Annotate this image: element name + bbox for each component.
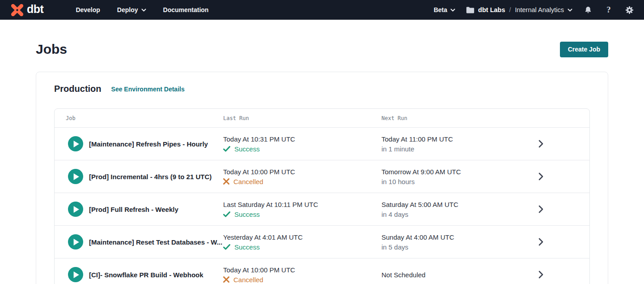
last-run-time: Last Saturday At 10:11 PM UTC [223, 200, 381, 209]
account-name: dbt Labs [478, 6, 505, 13]
last-run-cell: Yesterday At 4:01 AM UTC Success [223, 232, 381, 252]
chevron-down-icon [141, 9, 146, 12]
job-cell: [Maintenance] Reset Test Databases - W..… [55, 234, 223, 250]
next-run-relative: in 5 days [381, 242, 492, 252]
next-run-relative: in 10 hours [381, 177, 492, 186]
column-header-job: Job [55, 115, 223, 121]
next-run-cell: Not Scheduled [381, 270, 492, 280]
beta-dropdown[interactable]: Beta [434, 6, 455, 13]
next-run-cell: Today At 11:00 PM UTC in 1 minute [381, 134, 492, 154]
play-icon [73, 239, 79, 245]
next-run-time: Not Scheduled [381, 270, 492, 280]
jobs-table-header: Job Last Run Next Run [55, 109, 589, 127]
chevron-right-icon [538, 172, 543, 181]
next-run-relative: in 4 days [381, 210, 492, 219]
column-header-last-run: Last Run [223, 115, 381, 121]
run-status-line: Success [223, 144, 381, 154]
create-job-button[interactable]: Create Job [560, 42, 608, 57]
chevron-right-icon [538, 238, 543, 246]
chevron-right-icon [538, 271, 543, 279]
run-status-line: Cancelled [223, 275, 381, 284]
nav-item-deploy[interactable]: Deploy [117, 6, 146, 13]
row-chevron-cell [492, 238, 589, 246]
last-run-time: Today At 10:00 PM UTC [223, 167, 381, 176]
question-mark-icon: ? [606, 5, 611, 15]
run-status: Success [234, 242, 260, 252]
chevron-down-icon [568, 9, 572, 12]
nav-item-documentation[interactable]: Documentation [163, 6, 209, 13]
check-icon [223, 211, 230, 217]
x-icon [223, 178, 229, 185]
table-row[interactable]: [Maintenance] Reset Test Databases - W..… [55, 225, 589, 258]
play-icon [73, 141, 79, 147]
next-run-time: Saturday At 5:00 AM UTC [381, 200, 492, 209]
run-job-button[interactable] [68, 136, 83, 151]
environment-header: Production See Environment Details [54, 84, 590, 94]
table-row[interactable]: [Prod] Full Refresh - Weekly Last Saturd… [55, 193, 589, 225]
last-run-time: Yesterday At 4:01 AM UTC [223, 232, 381, 242]
folder-icon [466, 6, 475, 14]
check-icon [223, 146, 230, 152]
job-cell: [Prod] Full Refresh - Weekly [55, 202, 223, 217]
project-name: Internal Analytics [515, 6, 564, 13]
play-icon [73, 173, 79, 180]
job-cell: [Prod] Incremental - 4hrs (9 to 21 UTC) [55, 169, 223, 184]
jobs-table: Job Last Run Next Run [Maintenance] Refr… [54, 108, 590, 284]
next-run-cell: Tomorrow At 9:00 AM UTC in 10 hours [381, 167, 492, 186]
next-run-cell: Sunday At 4:00 AM UTC in 5 days [381, 232, 492, 252]
table-row[interactable]: [Maintenance] Refresh Pipes - Hourly Tod… [55, 127, 589, 160]
top-navbar: dbt Develop Deploy Documentation Beta db… [0, 0, 644, 20]
next-run-cell: Saturday At 5:00 AM UTC in 4 days [381, 200, 492, 219]
job-name: [Prod] Full Refresh - Weekly [89, 206, 178, 213]
check-icon [223, 244, 230, 250]
breadcrumb-separator: / [508, 6, 511, 13]
environment-name: Production [54, 84, 102, 94]
nav-item-develop[interactable]: Develop [76, 6, 100, 13]
run-job-button[interactable] [68, 234, 83, 250]
table-row[interactable]: [Prod] Incremental - 4hrs (9 to 21 UTC) … [55, 160, 589, 193]
row-chevron-cell [492, 172, 589, 181]
row-chevron-cell [492, 271, 589, 279]
next-run-time: Today At 11:00 PM UTC [381, 134, 492, 144]
account-project-switcher[interactable]: dbt Labs / Internal Analytics [466, 6, 572, 14]
job-cell: [CI]- Snowflake PR Build - Webhook [55, 267, 223, 282]
notifications-button[interactable] [583, 5, 593, 15]
last-run-cell: Last Saturday At 10:11 PM UTC Success [223, 200, 381, 219]
row-chevron-cell [492, 205, 589, 213]
chevron-right-icon [538, 140, 543, 148]
brand-wordmark: dbt [27, 4, 43, 16]
last-run-cell: Today At 10:31 PM UTC Success [223, 134, 381, 154]
environment-details-link[interactable]: See Environment Details [111, 86, 185, 93]
job-name: [Prod] Incremental - 4hrs (9 to 21 UTC) [89, 173, 212, 181]
column-header-next-run: Next Run [381, 115, 492, 121]
next-run-time: Sunday At 4:00 AM UTC [381, 232, 492, 242]
job-name: [Maintenance] Refresh Pipes - Hourly [89, 140, 208, 148]
help-button[interactable]: ? [604, 5, 614, 15]
play-icon [73, 271, 79, 278]
run-status: Success [234, 144, 260, 154]
last-run-time: Today At 10:00 PM UTC [223, 265, 381, 275]
run-job-button[interactable] [68, 202, 83, 217]
next-run-relative: in 1 minute [381, 144, 492, 154]
page-title: Jobs [36, 40, 67, 58]
run-job-button[interactable] [68, 169, 83, 184]
environment-card: Production See Environment Details Job L… [36, 72, 608, 284]
run-status: Success [234, 210, 260, 219]
last-run-time: Today At 10:31 PM UTC [223, 134, 381, 144]
x-icon [223, 276, 229, 283]
run-status-line: Success [223, 242, 381, 252]
run-status: Cancelled [233, 275, 263, 284]
next-run-time: Tomorrow At 9:00 AM UTC [381, 167, 492, 176]
run-status: Cancelled [233, 177, 263, 186]
last-run-cell: Today At 10:00 PM UTC Cancelled [223, 167, 381, 186]
settings-button[interactable] [624, 5, 634, 15]
job-name: [CI]- Snowflake PR Build - Webhook [89, 271, 203, 279]
row-chevron-cell [492, 140, 589, 148]
last-run-cell: Today At 10:00 PM UTC Cancelled [223, 265, 381, 284]
gear-icon [625, 6, 634, 14]
dbt-logo[interactable]: dbt [10, 3, 43, 17]
run-job-button[interactable] [68, 267, 83, 282]
bell-icon [584, 6, 592, 14]
table-row[interactable]: [CI]- Snowflake PR Build - Webhook Today… [55, 258, 589, 284]
page-header: Jobs Create Job [36, 40, 608, 58]
